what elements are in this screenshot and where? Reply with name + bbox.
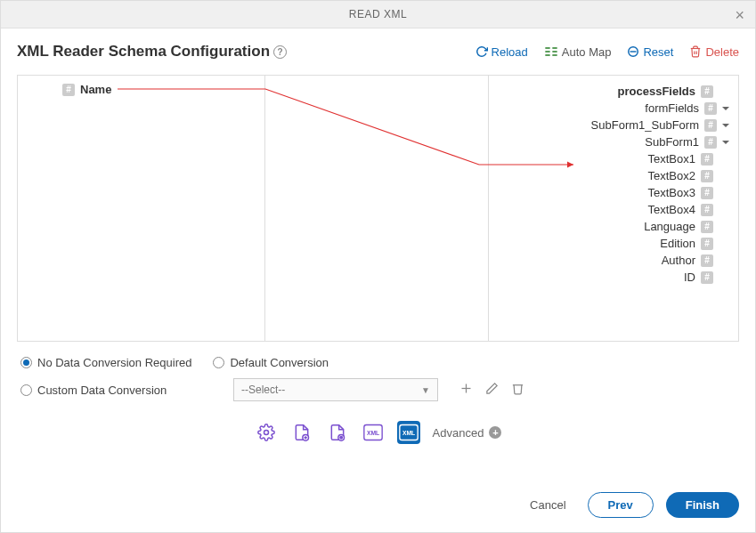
svg-text:XML: XML [366, 430, 378, 436]
xml-icon: XML [363, 424, 383, 441]
svg-text:XML: XML [402, 430, 414, 436]
hash-icon: # [701, 238, 713, 250]
target-pane: processFields # formFields # SubForm1_Su… [489, 76, 738, 341]
mapping-area: # Name processFields # [17, 75, 739, 342]
reload-icon [476, 45, 488, 58]
tree-formfields[interactable]: formFields # [492, 100, 731, 117]
svg-point-13 [339, 437, 342, 440]
tree-textbox4[interactable]: TextBox4 # [492, 201, 731, 218]
automap-icon [544, 45, 558, 58]
radio-default-conversion[interactable]: Default Conversion [213, 356, 329, 369]
radio-icon [213, 357, 224, 368]
tree-textbox3[interactable]: TextBox3 # [492, 184, 731, 201]
xml-tab-1[interactable]: XML [362, 421, 385, 444]
conversion-select[interactable]: --Select-- ▼ [233, 378, 438, 401]
page-heading: XML Reader Schema Configuration ? [17, 43, 287, 61]
settings-tab[interactable] [255, 421, 278, 444]
radio-no-conversion[interactable]: No Data Conversion Required [20, 356, 191, 369]
tree-subform1[interactable]: SubForm1 # [492, 133, 731, 150]
hash-icon: # [704, 119, 717, 132]
file-in-icon [329, 424, 346, 441]
tree-subform1-subform[interactable]: SubForm1_SubForm # [492, 117, 731, 133]
add-icon[interactable] [459, 382, 473, 398]
titlebar: READ XML × [1, 1, 755, 28]
tree-edition[interactable]: Edition # [492, 235, 731, 252]
mapping-canvas [265, 76, 489, 341]
svg-point-10 [264, 431, 268, 435]
close-icon[interactable]: × [735, 6, 744, 25]
reset-button[interactable]: Reset [627, 45, 673, 59]
chevron-down-icon[interactable] [720, 103, 731, 114]
plus-circle-icon: + [489, 426, 501, 439]
dialog-title: READ XML [349, 8, 407, 20]
reload-button[interactable]: Reload [476, 45, 528, 59]
chevron-down-icon[interactable] [720, 120, 731, 131]
trash-icon[interactable] [511, 382, 524, 398]
radio-icon [20, 384, 32, 396]
reset-icon [627, 45, 639, 58]
tree-processfields[interactable]: processFields # [492, 83, 731, 100]
hash-icon: # [62, 84, 75, 96]
hash-icon: # [701, 170, 713, 182]
gear-icon [257, 424, 275, 441]
source-field-name[interactable]: # Name [18, 76, 264, 100]
tree-textbox2[interactable]: TextBox2 # [492, 167, 731, 184]
radio-custom-conversion[interactable]: Custom Data Conversion [20, 384, 212, 397]
delete-button[interactable]: Delete [689, 45, 739, 59]
hash-icon: # [701, 85, 713, 98]
finish-button[interactable]: Finish [666, 492, 739, 518]
hash-icon: # [701, 153, 713, 166]
tree-language[interactable]: Language # [492, 218, 731, 235]
edit-icon[interactable] [485, 382, 499, 398]
help-icon[interactable]: ? [273, 45, 287, 59]
heading-text: XML Reader Schema Configuration [17, 43, 270, 61]
xml-icon: XML [399, 424, 419, 441]
hash-icon: # [701, 221, 713, 233]
chevron-down-icon[interactable] [720, 137, 731, 148]
trash-icon [689, 45, 702, 58]
cancel-button[interactable]: Cancel [521, 493, 574, 517]
hash-icon: # [704, 102, 717, 115]
hash-icon: # [701, 271, 713, 284]
file-out-tab[interactable] [290, 421, 313, 444]
tree-textbox1[interactable]: TextBox1 # [492, 150, 731, 167]
prev-button[interactable]: Prev [588, 492, 654, 518]
xml-tab-2[interactable]: XML [397, 421, 420, 444]
file-in-tab[interactable] [326, 421, 349, 444]
hash-icon: # [704, 136, 717, 149]
hash-icon: # [701, 204, 713, 216]
tree-author[interactable]: Author # [492, 252, 731, 269]
chevron-down-icon: ▼ [421, 385, 430, 395]
source-pane: # Name [18, 76, 265, 341]
hash-icon: # [701, 187, 713, 199]
tree-id[interactable]: ID # [492, 269, 731, 286]
automap-button[interactable]: Auto Map [544, 45, 612, 59]
file-out-icon [293, 424, 311, 441]
hash-icon: # [701, 254, 713, 267]
advanced-toggle[interactable]: Advanced + [433, 426, 502, 440]
radio-icon [20, 357, 32, 368]
